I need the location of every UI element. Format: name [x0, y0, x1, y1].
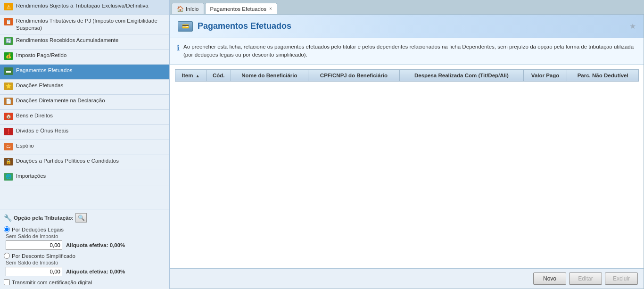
col-cpf: CPF/CNPJ do Beneficiário: [308, 69, 399, 81]
col-parc-label: Parc. Não Dedutível: [578, 73, 628, 78]
sidebar-item-doacoes-partidos[interactable]: 🔒Doações a Partidos Políticos e Candidat…: [0, 155, 169, 170]
sidebar-label-imposto-pago: Imposto Pago/Retido: [16, 52, 165, 59]
sidebar-icon-bens-direitos: 🏠: [4, 113, 13, 120]
sidebar-label-rendimentos-pj: Rendimentos Tributáveis de PJ (Imposto c…: [16, 17, 165, 32]
sidebar-label-importacoes: Importações: [16, 173, 165, 180]
radio-simplificado-label: Por Desconto Simplificado: [12, 253, 75, 259]
sub-label-1: Sem Saldo de Imposto: [6, 233, 165, 239]
col-item-label: Item: [182, 73, 193, 78]
sidebar-label-doacoes-efetuadas: Doações Efetuadas: [16, 82, 165, 89]
sidebar-icon-doacoes-partidos: 🔒: [4, 158, 13, 165]
sidebar-label-doacoes-declaracao: Doações Diretamente na Declaração: [16, 97, 165, 104]
col-valor: Valor Pago: [523, 69, 567, 81]
tab-pagamentos-efetuados[interactable]: Pagamentos Efetuados×: [205, 3, 277, 14]
info-box: ℹ Ao preencher esta ficha, relacione os …: [170, 38, 644, 65]
page-area: 💳 Pagamentos Efetuados ★ ℹ Ao preencher …: [170, 14, 644, 289]
sidebar-item-rendimentos-acumulados[interactable]: 🔄Rendimentos Recebidos Acumuladamente: [0, 34, 169, 50]
sidebar-item-rendimentos-pj[interactable]: 📋Rendimentos Tributáveis de PJ (Imposto …: [0, 15, 169, 34]
radio-deducoes-legais[interactable]: [4, 226, 10, 232]
sidebar-scroll: ⚠Rendimentos Sujeitos à Tributação Exclu…: [0, 0, 169, 209]
table-header-row: Item ▲ Cód. Nome do Beneficiário CPF/CNP…: [175, 69, 639, 81]
col-valor-label: Valor Pago: [531, 73, 559, 78]
sidebar-label-doacoes-partidos: Doações a Partidos Políticos e Candidato…: [16, 157, 165, 165]
col-despesa: Despesa Realizada Com (Tit/Dep/Ali): [399, 69, 523, 81]
editar-button[interactable]: Editar: [569, 272, 602, 285]
col-cpf-label: CPF/CNPJ do Beneficiário: [320, 73, 388, 78]
tab-label-pagamentos-efetuados: Pagamentos Efetuados: [210, 6, 267, 12]
excluir-button[interactable]: Excluir: [605, 272, 638, 285]
value-input-1[interactable]: [6, 240, 62, 250]
opcao-tributacao-row: 🔧 Opção pela Tributação: 🔍: [4, 213, 165, 223]
sidebar-item-doacoes-efetuadas[interactable]: ⭐Doações Efetuadas: [0, 80, 169, 95]
sidebar-item-bens-direitos[interactable]: 🏠Bens e Direitos: [0, 110, 169, 125]
col-item: Item ▲: [175, 69, 206, 81]
radio-group-simplificado: Por Desconto Simplificado Sem Saldo de I…: [4, 253, 165, 276]
tab-icon-inicio: 🏠: [177, 6, 184, 12]
sort-arrow-item: ▲: [196, 74, 200, 78]
sub-label-2: Sem Saldo de Imposto: [6, 260, 165, 265]
col-cod: Cód.: [206, 69, 231, 81]
radio-desconto-simplificado[interactable]: [4, 253, 10, 259]
tab-inicio[interactable]: 🏠Início: [172, 3, 204, 14]
sidebar-item-importacoes[interactable]: 🌐Importações: [0, 170, 169, 185]
sidebar-icon-dividas-onus: ❗: [4, 128, 13, 135]
sidebar-item-rendimentos-exclusiva[interactable]: ⚠Rendimentos Sujeitos à Tributação Exclu…: [0, 0, 169, 15]
sidebar-bottom: 🔧 Opção pela Tributação: 🔍 Por Deduções …: [0, 209, 169, 289]
sidebar-icon-rendimentos-exclusiva: ⚠: [4, 3, 13, 10]
col-nome: Nome do Beneficiário: [231, 69, 308, 81]
sidebar-item-dividas-onus[interactable]: ❗Dívidas e Ônus Reais: [0, 125, 169, 140]
col-nome-label: Nome do Beneficiário: [241, 73, 297, 78]
payments-table: Item ▲ Cód. Nome do Beneficiário CPF/CNP…: [175, 69, 639, 82]
transmitir-checkbox[interactable]: [4, 279, 10, 285]
value-input-2[interactable]: [6, 267, 62, 276]
sidebar-label-dividas-onus: Dívidas e Ônus Reais: [16, 127, 165, 134]
value-row-2: Alíquota efetiva: 0,00%: [6, 267, 165, 276]
bottom-buttons: Novo Editar Excluir: [170, 268, 644, 289]
radio-simplificado-row: Por Desconto Simplificado: [4, 253, 165, 259]
col-parc: Parc. Não Dedutível: [567, 69, 639, 81]
sidebar-icon-pagamentos-efetuados: ▬: [4, 67, 13, 75]
star-button[interactable]: ★: [629, 22, 636, 31]
page-header-icon: 💳: [178, 21, 193, 32]
sidebar-label-rendimentos-exclusiva: Rendimentos Sujeitos à Tributação Exclus…: [16, 2, 165, 9]
radio-group-deducoes: Por Deduções Legais Sem Saldo de Imposto…: [4, 226, 165, 250]
sidebar-label-bens-direitos: Bens e Direitos: [16, 112, 165, 119]
sidebar-item-imposto-pago[interactable]: 💰Imposto Pago/Retido: [0, 50, 169, 65]
sidebar-icon-rendimentos-acumulados: 🔄: [4, 37, 13, 45]
sidebar-item-doacoes-declaracao[interactable]: 📄Doações Diretamente na Declaração: [0, 95, 169, 110]
transmitir-label: Transmitir com certificação digital: [12, 280, 92, 285]
sidebar-icon-importacoes: 🌐: [4, 173, 13, 181]
page-header: 💳 Pagamentos Efetuados ★: [170, 15, 644, 38]
table-head: Item ▲ Cód. Nome do Beneficiário CPF/CNP…: [175, 69, 639, 81]
col-cod-label: Cód.: [213, 73, 225, 78]
table-container: Item ▲ Cód. Nome do Beneficiário CPF/CNP…: [170, 65, 644, 269]
sidebar-label-rendimentos-acumulados: Rendimentos Recebidos Acumuladamente: [16, 37, 165, 44]
sidebar-icon-espolio: 🗂: [4, 143, 13, 150]
sidebar-label-espolio: Espólio: [16, 142, 165, 149]
sidebar: ⚠Rendimentos Sujeitos à Tributação Exclu…: [0, 0, 170, 289]
tab-label-inicio: Início: [186, 6, 199, 12]
sidebar-icon-doacoes-declaracao: 📄: [4, 98, 13, 105]
info-icon: ℹ: [177, 43, 180, 52]
tab-bar: 🏠InícioPagamentos Efetuados×: [170, 0, 644, 14]
page-header-left: 💳 Pagamentos Efetuados: [178, 21, 291, 32]
radio-deducoes-label: Por Deduções Legais: [12, 227, 64, 232]
page-title: Pagamentos Efetuados: [198, 21, 291, 31]
sidebar-icon-doacoes-efetuadas: ⭐: [4, 83, 13, 90]
aliquota-label-2: Alíquota efetiva: 0,00%: [66, 269, 125, 274]
transmitir-row: Transmitir com certificação digital: [4, 279, 165, 285]
opcao-icon: 🔧: [4, 214, 12, 222]
tributacao-search-button[interactable]: 🔍: [75, 213, 87, 223]
sidebar-icon-rendimentos-pj: 📋: [4, 18, 13, 25]
novo-button[interactable]: Novo: [533, 272, 566, 285]
opcao-tributacao-label: Opção pela Tributação:: [14, 215, 74, 221]
tab-close-pagamentos-efetuados[interactable]: ×: [269, 6, 272, 11]
radio-deducoes-row: Por Deduções Legais: [4, 226, 165, 232]
sidebar-label-pagamentos-efetuados: Pagamentos Efetuados: [16, 67, 165, 74]
sidebar-item-pagamentos-efetuados[interactable]: ▬Pagamentos Efetuados: [0, 65, 169, 80]
value-row-1: Alíquota efetiva: 0,00%: [6, 240, 165, 250]
sidebar-icon-imposto-pago: 💰: [4, 52, 13, 60]
sidebar-item-espolio[interactable]: 🗂Espólio: [0, 140, 169, 155]
main-content: 🏠InícioPagamentos Efetuados× 💳 Pagamento…: [170, 0, 644, 289]
info-text: Ao preencher esta ficha, relacione os pa…: [183, 43, 637, 59]
